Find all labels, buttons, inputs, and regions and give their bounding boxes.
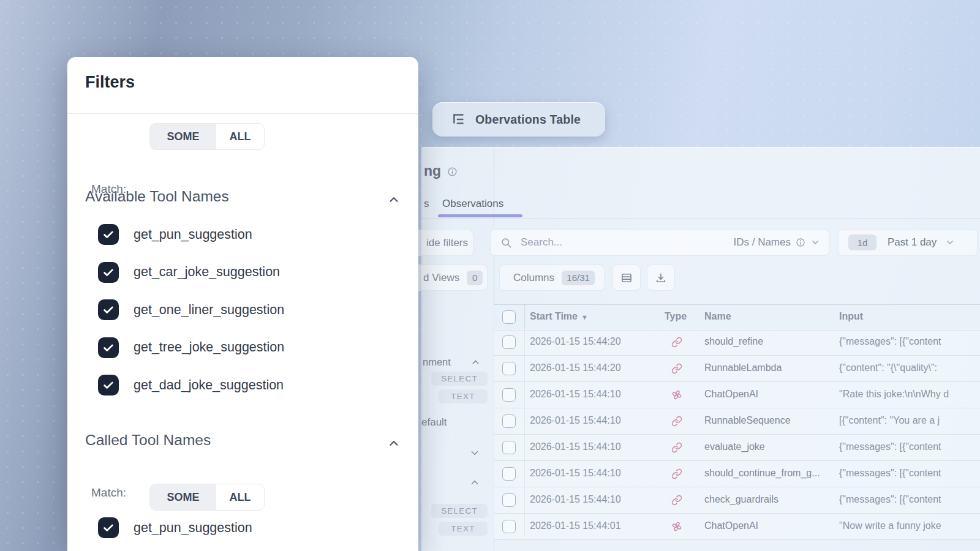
type-cell (671, 363, 682, 377)
name-cell: RunnableSequence (704, 415, 832, 426)
tool-name-label: get_pun_suggestion (134, 227, 252, 242)
match-option-all[interactable]: ALL (216, 484, 264, 510)
link-icon (671, 442, 682, 453)
chevron-down-icon[interactable] (469, 448, 480, 459)
table-row[interactable]: 2026-01-15 15:44:10RunnableSequence[{"co… (494, 408, 980, 435)
chevron-up-icon[interactable] (470, 357, 481, 367)
columns-label: Columns (513, 272, 554, 284)
table-row[interactable]: 2026-01-15 15:44:10evaluate_joke{"messag… (494, 435, 980, 461)
rows-icon (620, 272, 633, 284)
start-time-cell: 2026-01-15 15:44:20 (530, 336, 646, 347)
type-cell (671, 442, 682, 455)
saved-views-count-badge: 0 (467, 271, 483, 285)
row-checkbox[interactable] (502, 493, 516, 507)
chevron-up-icon[interactable] (469, 477, 480, 488)
checkbox-checked-icon[interactable] (98, 517, 119, 538)
row-checkbox[interactable] (502, 441, 516, 454)
info-icon[interactable] (447, 167, 458, 179)
table-row[interactable]: 2026-01-15 15:44:20should_refine{"messag… (494, 329, 980, 356)
text-type-badge: TEXT (439, 522, 488, 536)
column-header-input[interactable]: Input (839, 311, 863, 322)
tool-filter-item: get_one_liner_suggestion (98, 299, 284, 320)
link-icon (671, 363, 682, 374)
tool-filter-item: get_tree_joke_suggestion (98, 337, 284, 358)
column-header-name[interactable]: Name (704, 311, 731, 322)
match-option-some[interactable]: SOME (150, 124, 216, 149)
row-height-button[interactable] (612, 264, 641, 291)
table-row[interactable]: 2026-01-15 15:44:20RunnableLambda{"conte… (494, 356, 980, 382)
table-row[interactable]: 2026-01-15 15:44:10should_continue_from_… (494, 461, 980, 487)
type-cell (671, 468, 682, 482)
start-time-cell: 2026-01-15 15:44:10 (530, 494, 646, 505)
start-time-cell: 2026-01-15 15:44:01 (530, 520, 646, 531)
active-tab-underline (438, 214, 522, 217)
tab-observations[interactable]: Observations (442, 198, 503, 210)
input-cell: {"content": "{\"quality\": (839, 362, 980, 373)
collapse-section-button[interactable] (387, 193, 401, 209)
name-cell: should_refine (704, 336, 832, 347)
row-checkbox[interactable] (502, 335, 516, 349)
table-body: 2026-01-15 15:44:20should_refine{"messag… (494, 329, 980, 540)
start-time-cell: 2026-01-15 15:44:10 (530, 415, 646, 426)
column-header-type[interactable]: Type (665, 311, 687, 322)
search-icon (500, 237, 512, 249)
type-cell (671, 389, 682, 403)
name-cell: RunnableLambda (704, 362, 832, 373)
chevron-down-icon (810, 238, 820, 247)
filters-title: Filters (85, 73, 135, 92)
checkbox-checked-icon[interactable] (98, 224, 119, 245)
table-header-row: Start Time▼ Type Name Input (494, 304, 980, 331)
match-option-all[interactable]: ALL (216, 124, 264, 149)
row-checkbox[interactable] (502, 520, 516, 533)
input-cell: {"messages": [{"content (839, 336, 980, 347)
column-header-start-time[interactable]: Start Time▼ (530, 311, 588, 322)
table-row[interactable]: 2026-01-15 15:44:10ChatOpenAI"Rate this … (494, 382, 980, 408)
search-input[interactable]: Search... IDs / Names (490, 229, 829, 256)
tool-filter-item: get_dad_joke_suggestion (98, 375, 284, 395)
row-checkbox[interactable] (502, 362, 516, 375)
tool-name-label: get_tree_joke_suggestion (134, 340, 284, 355)
page-title-fragment: ng (424, 163, 441, 179)
chevron-up-icon (387, 193, 401, 206)
time-range-dropdown[interactable]: 1d Past 1 day (838, 229, 978, 256)
start-time-cell: 2026-01-15 15:44:10 (530, 389, 646, 400)
checkbox-checked-icon[interactable] (98, 337, 119, 358)
row-checkbox[interactable] (502, 388, 516, 402)
environment-row-fragment: nment (423, 356, 451, 368)
select-all-checkbox[interactable] (502, 310, 516, 324)
input-cell: [{"content": "You are a j (839, 415, 980, 426)
row-checkbox[interactable] (502, 467, 516, 481)
table-row[interactable]: 2026-01-15 15:44:10check_guardrails{"mes… (494, 487, 980, 514)
columns-button[interactable]: Columns 16/31 (499, 264, 605, 291)
tab-traces-fragment[interactable]: s (424, 198, 429, 210)
match-toggle: SOME ALL (149, 123, 265, 150)
search-scope-dropdown[interactable]: IDs / Names (733, 236, 820, 249)
link-icon (671, 495, 682, 506)
input-cell: {"messages": [{"content (839, 494, 980, 505)
name-cell: should_continue_from_g... (704, 468, 832, 479)
match-option-some[interactable]: SOME (150, 484, 216, 510)
table-row[interactable]: 2026-01-15 15:44:01ChatOpenAI"Now write … (494, 514, 980, 540)
download-icon (655, 272, 667, 284)
observations-table-button[interactable]: Obervations Table (432, 102, 605, 137)
columns-count-badge: 16/31 (562, 271, 595, 285)
match-label: Match: (91, 182, 126, 196)
select-type-badge: SELECT (431, 372, 488, 386)
row-checkbox[interactable] (502, 414, 516, 428)
generation-icon (671, 389, 682, 400)
start-time-cell: 2026-01-15 15:44:20 (530, 362, 646, 373)
checkbox-checked-icon[interactable] (98, 375, 119, 395)
checkbox-checked-icon[interactable] (98, 262, 119, 283)
input-cell: "Now write a funny joke (839, 520, 980, 531)
observations-table-button-label: Obervations Table (475, 113, 581, 127)
type-cell (671, 337, 682, 350)
tool-name-label: get_car_joke_suggestion (134, 264, 280, 280)
tool-name-label: get_dad_joke_suggestion (134, 378, 284, 393)
info-icon (796, 238, 805, 247)
export-button[interactable] (647, 264, 675, 291)
tool-filter-item: get_pun_suggestion (98, 224, 252, 245)
collapse-section-button[interactable] (387, 437, 401, 452)
type-cell (671, 521, 682, 534)
saved-views-label: d Views (423, 272, 459, 284)
checkbox-checked-icon[interactable] (98, 299, 119, 320)
